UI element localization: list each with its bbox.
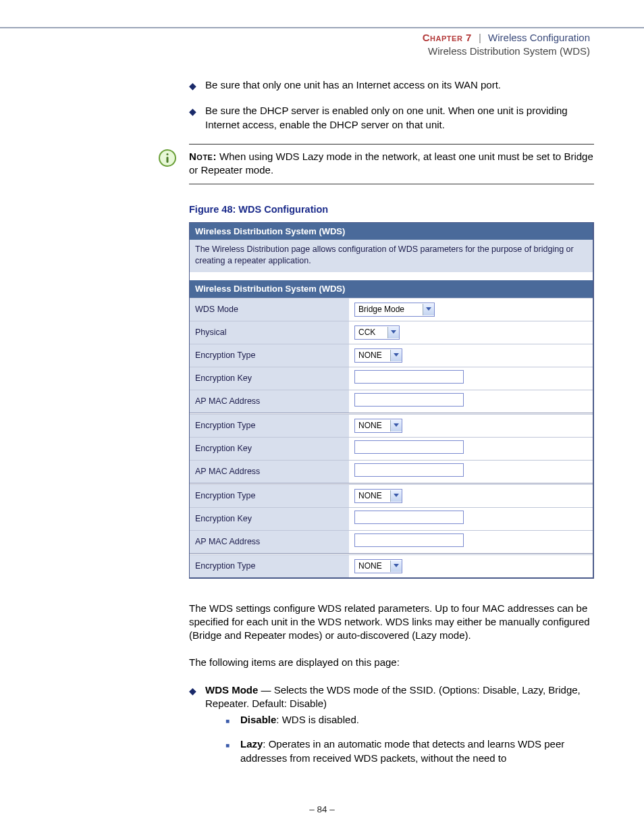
select-dropdown[interactable]: NONE: [354, 489, 402, 503]
select-value: NONE: [355, 561, 390, 571]
field-value-cell: CCK: [349, 321, 593, 344]
field-value-cell: NONE: [349, 414, 593, 437]
text-input[interactable]: [354, 533, 464, 547]
wds-config-table: WDS ModeBridge ModePhysicalCCKEncryption…: [190, 298, 593, 577]
chevron-down-icon: [390, 490, 402, 502]
chevron-down-icon: [387, 327, 399, 338]
field-label: AP MAC Address: [190, 390, 349, 413]
config-row: Encryption TypeNONE: [190, 414, 593, 437]
field-label: Encryption Key: [190, 507, 349, 530]
select-dropdown[interactable]: Bridge Mode: [354, 303, 435, 317]
config-row: PhysicalCCK: [190, 321, 593, 344]
figure-titlebar: Wireless Distribution System (WDS): [190, 223, 593, 240]
chevron-down-icon: [390, 350, 402, 361]
item-term: WDS Mode: [205, 684, 258, 696]
list-item: ◆ WDS Mode — Selects the WDS mode of the…: [189, 683, 594, 776]
chevron-down-icon: [423, 304, 434, 315]
text-input[interactable]: [354, 440, 464, 454]
text-input[interactable]: [354, 463, 464, 477]
field-value-cell: [349, 530, 593, 553]
header-rule: [0, 27, 644, 28]
figure-description: The Wireless Distribution page allows co…: [190, 240, 593, 280]
note-label: Note:: [189, 151, 217, 162]
note-text: When using WDS Lazy mode in the network,…: [189, 151, 593, 176]
sub-item-desc: : WDS is disabled.: [276, 714, 359, 725]
post-figure-text: The WDS settings configure WDS related p…: [189, 602, 594, 776]
field-value-cell: NONE: [349, 344, 593, 367]
item-desc: — Selects the WDS mode of the SSID. (Opt…: [205, 684, 581, 709]
chevron-down-icon: [390, 420, 402, 432]
text-input[interactable]: [354, 370, 464, 384]
config-row: Encryption Key: [190, 437, 593, 460]
field-value-cell: [349, 390, 593, 413]
diamond-bullet-icon: ◆: [189, 78, 205, 92]
bullet-text: Be sure that only one unit has an Intern…: [205, 78, 594, 92]
figure-wds-config: Wireless Distribution System (WDS) The W…: [189, 222, 594, 579]
list-item: ◆ Be sure the DHCP server is enabled onl…: [189, 104, 594, 132]
info-icon: [158, 149, 177, 167]
field-label: Physical: [190, 321, 349, 344]
config-row: Encryption TypeNONE: [190, 344, 593, 367]
sub-item-term: Lazy: [240, 738, 263, 750]
sub-list-item: ■Disable: WDS is disabled.: [225, 713, 594, 727]
paragraph: The WDS settings configure WDS related p…: [189, 602, 594, 643]
select-value: NONE: [355, 350, 390, 361]
select-dropdown[interactable]: NONE: [354, 419, 402, 433]
config-row: Encryption TypeNONE: [190, 484, 593, 507]
field-label: Encryption Key: [190, 437, 349, 460]
field-label: Encryption Type: [190, 344, 349, 367]
page-header: Chapter 7 | Wireless Configuration Wirel…: [423, 31, 590, 59]
header-separator: |: [479, 32, 481, 43]
select-value: NONE: [355, 490, 390, 501]
select-dropdown[interactable]: NONE: [354, 559, 402, 573]
field-label: AP MAC Address: [190, 530, 349, 553]
note-block: Note: When using WDS Lazy mode in the ne…: [189, 144, 594, 185]
field-label: WDS Mode: [190, 298, 349, 321]
page-number: – 84 –: [0, 804, 644, 816]
field-value-cell: Bridge Mode: [349, 298, 593, 321]
field-value-cell: [349, 367, 593, 390]
config-row: Encryption TypeNONE: [190, 554, 593, 577]
bullet-text: Be sure the DHCP server is enabled only …: [205, 104, 594, 132]
config-row: AP MAC Address: [190, 530, 593, 553]
config-row: AP MAC Address: [190, 460, 593, 483]
figure-section-titlebar: Wireless Distribution System (WDS): [190, 280, 593, 298]
select-dropdown[interactable]: CCK: [354, 325, 400, 340]
square-bullet-icon: ■: [225, 737, 240, 765]
field-value-cell: [349, 437, 593, 460]
config-row: AP MAC Address: [190, 390, 593, 413]
figure-caption: Figure 48: WDS Configuration: [189, 203, 594, 217]
svg-rect-1: [167, 153, 169, 155]
chapter-title: Wireless Configuration: [488, 32, 590, 43]
field-value-cell: NONE: [349, 484, 593, 507]
text-input[interactable]: [354, 393, 464, 407]
sub-list-item: ■Lazy: Operates in an automatic mode tha…: [225, 737, 594, 765]
list-item: ◆ Be sure that only one unit has an Inte…: [189, 78, 594, 92]
select-dropdown[interactable]: NONE: [354, 348, 402, 363]
field-value-cell: NONE: [349, 554, 593, 577]
field-label: Encryption Type: [190, 484, 349, 507]
diamond-bullet-icon: ◆: [189, 683, 205, 776]
field-value-cell: [349, 460, 593, 483]
select-value: Bridge Mode: [355, 304, 423, 315]
intro-bullet-list: ◆ Be sure that only one unit has an Inte…: [189, 78, 594, 132]
field-label: Encryption Type: [190, 554, 349, 577]
sub-item-term: Disable: [240, 714, 276, 725]
field-value-cell: [349, 507, 593, 530]
config-row: Encryption Key: [190, 507, 593, 530]
square-bullet-icon: ■: [225, 713, 240, 727]
svg-rect-2: [167, 157, 169, 163]
select-value: CCK: [355, 327, 387, 338]
section-title: Wireless Distribution System (WDS): [423, 45, 590, 58]
chapter-label: Chapter 7: [423, 32, 472, 43]
field-label: Encryption Key: [190, 367, 349, 390]
text-input[interactable]: [354, 511, 464, 524]
field-label: AP MAC Address: [190, 460, 349, 483]
paragraph: The following items are displayed on thi…: [189, 656, 594, 669]
field-label: Encryption Type: [190, 414, 349, 437]
config-row: Encryption Key: [190, 367, 593, 390]
chevron-down-icon: [390, 561, 402, 572]
config-row: WDS ModeBridge Mode: [190, 298, 593, 321]
diamond-bullet-icon: ◆: [189, 104, 205, 132]
select-value: NONE: [355, 420, 390, 431]
